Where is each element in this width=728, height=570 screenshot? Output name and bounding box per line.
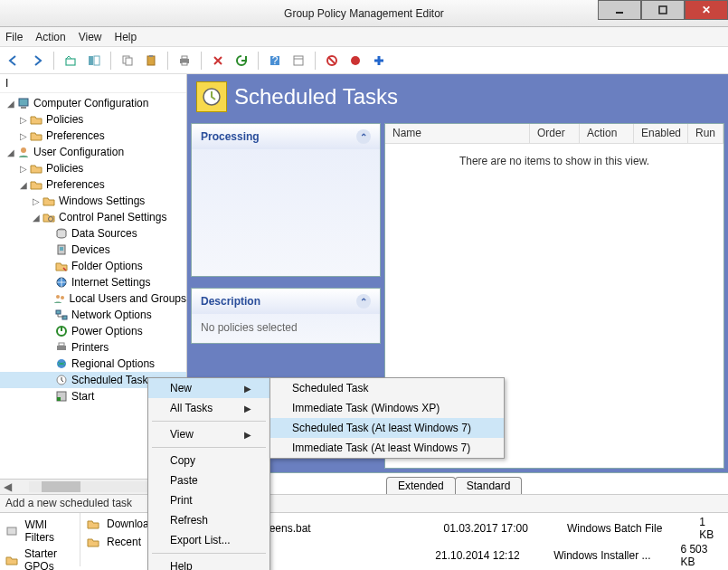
svg-text:?: ? (272, 54, 279, 67)
svg-point-37 (57, 359, 66, 368)
ctx-new-scheduled-task[interactable]: Scheduled Task (270, 378, 504, 398)
status-text: Add a new scheduled task (5, 497, 132, 509)
svg-rect-1 (659, 6, 667, 14)
node-uc-policies[interactable]: ▷Policies (0, 160, 186, 176)
menu-help[interactable]: Help (115, 31, 137, 43)
ctx-help[interactable]: Help (148, 556, 269, 570)
refresh-button[interactable] (232, 51, 251, 71)
node-printers[interactable]: Printers (0, 339, 186, 356)
menu-action[interactable]: Action (35, 31, 65, 43)
nav-wmi-filters[interactable]: WMI Filters (2, 517, 78, 546)
menu-bar: File Action View Help (0, 27, 728, 47)
svg-rect-6 (126, 58, 132, 65)
svg-rect-31 (56, 310, 61, 314)
file-row[interactable]: _screens.bat01.03.2017 17:00Windows Batc… (245, 515, 726, 542)
status-bar: Add a new scheduled task (0, 494, 728, 512)
svg-point-30 (61, 296, 64, 299)
ctx-new-scheduled-win7[interactable]: Scheduled Task (At least Windows 7) (270, 418, 504, 438)
node-local-users[interactable]: Local Users and Groups (0, 290, 186, 307)
tree-column-header: I (0, 74, 186, 93)
svg-point-23 (21, 147, 26, 153)
svg-rect-35 (57, 346, 66, 350)
tab-standard[interactable]: Standard (455, 477, 523, 494)
col-name[interactable]: Name (385, 124, 530, 143)
node-data-sources[interactable]: Data Sources (0, 225, 186, 242)
svg-point-29 (56, 295, 60, 299)
ctx-view[interactable]: View▶ (148, 424, 269, 444)
svg-rect-14 (294, 56, 303, 65)
node-cc-preferences[interactable]: ▷Preferences (0, 128, 186, 144)
context-submenu-new: Scheduled Task Immediate Task (Windows X… (269, 377, 505, 459)
node-computer-configuration[interactable]: ◢Computer Configuration (0, 95, 186, 111)
menu-view[interactable]: View (79, 31, 102, 43)
ctx-paste[interactable]: Paste (148, 470, 269, 490)
node-uc-preferences[interactable]: ◢Preferences (0, 176, 186, 193)
svg-rect-11 (182, 62, 187, 65)
ctx-refresh[interactable]: Refresh (148, 510, 269, 530)
context-menu: New▶ All Tasks▶ View▶ Copy Paste Print R… (147, 377, 270, 570)
collapse-description-icon[interactable]: ⌃ (356, 294, 371, 309)
policy-tree[interactable]: ◢Computer Configuration ▷Policies ▷Prefe… (0, 93, 186, 406)
stop-icon[interactable] (345, 51, 365, 71)
back-button[interactable] (4, 51, 24, 71)
nav-starter-gpos[interactable]: Starter GPOs (2, 546, 78, 570)
node-regional-options[interactable]: Regional Options (0, 356, 186, 372)
properties-button[interactable] (288, 51, 308, 71)
ctx-print[interactable]: Print (148, 490, 269, 510)
node-network-options[interactable]: Network Options (0, 307, 186, 323)
help-button[interactable]: ? (265, 51, 285, 71)
show-hide-tree-button[interactable] (84, 51, 104, 71)
explorer-background: WMI Filters Starter GPOs Downloads Recen… (0, 512, 728, 566)
svg-rect-21 (19, 99, 28, 106)
svg-rect-36 (59, 343, 64, 346)
ctx-export-list[interactable]: Export List... (148, 530, 269, 550)
node-internet-settings[interactable]: Internet Settings (0, 274, 186, 290)
svg-rect-22 (21, 107, 26, 109)
toolbar: ? (0, 47, 728, 74)
file-row[interactable]: msi21.10.2014 12:12Windows Installer ...… (245, 542, 726, 569)
description-panel-body: No policies selected (192, 314, 380, 343)
svg-point-18 (351, 56, 360, 65)
maximize-button[interactable] (641, 0, 685, 20)
collapse-processing-icon[interactable]: ⌃ (356, 129, 371, 144)
node-devices[interactable]: Devices (0, 242, 186, 258)
add-button[interactable] (369, 51, 389, 71)
tab-extended[interactable]: Extended (386, 477, 456, 494)
svg-rect-3 (89, 56, 93, 65)
disable-button[interactable] (322, 51, 342, 71)
processing-panel-title: Processing (201, 130, 260, 143)
ctx-copy[interactable]: Copy (148, 451, 269, 470)
close-button[interactable]: ✕ (685, 0, 728, 20)
node-control-panel-settings[interactable]: ◢Control Panel Settings (0, 209, 186, 225)
processing-panel: Processing⌃ (191, 123, 381, 277)
col-order[interactable]: Order (530, 124, 580, 143)
col-enabled[interactable]: Enabled (634, 124, 688, 143)
svg-rect-7 (147, 56, 155, 65)
print-button[interactable] (175, 51, 194, 71)
svg-rect-27 (60, 247, 63, 251)
node-user-configuration[interactable]: ◢User Configuration (0, 144, 186, 160)
node-power-options[interactable]: Power Options (0, 323, 186, 339)
col-run[interactable]: Run (688, 124, 723, 143)
title-bar: Group Policy Management Editor ✕ (0, 0, 728, 27)
ctx-new[interactable]: New▶ (148, 378, 269, 398)
up-folder-button[interactable] (61, 51, 80, 71)
col-action[interactable]: Action (580, 124, 634, 143)
ctx-new-immediate-win7[interactable]: Immediate Task (At least Windows 7) (270, 438, 504, 458)
node-cc-policies[interactable]: ▷Policies (0, 111, 186, 128)
menu-file[interactable]: File (5, 31, 23, 43)
forward-button[interactable] (27, 51, 47, 71)
copy-button[interactable] (118, 51, 137, 71)
description-panel-title: Description (201, 295, 260, 308)
svg-rect-8 (149, 55, 153, 57)
node-windows-settings[interactable]: ▷Windows Settings (0, 193, 186, 209)
minimize-button[interactable] (598, 0, 641, 20)
detail-title: Scheduled Tasks (234, 84, 398, 109)
ctx-all-tasks[interactable]: All Tasks▶ (148, 398, 269, 418)
node-folder-options[interactable]: Folder Options (0, 258, 186, 274)
description-panel: Description⌃ No policies selected (191, 288, 381, 344)
paste-button[interactable] (141, 51, 161, 71)
svg-rect-4 (94, 56, 99, 65)
ctx-new-immediate-xp[interactable]: Immediate Task (Windows XP) (270, 398, 504, 418)
delete-button[interactable] (208, 51, 228, 71)
